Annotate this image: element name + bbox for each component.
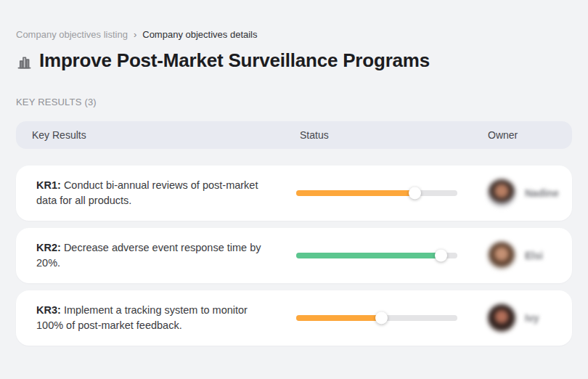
progress-fill — [296, 253, 441, 258]
key-results-count-label: KEY RESULTS (3) — [16, 97, 97, 107]
chevron-right-icon: › — [134, 29, 136, 40]
table-header: Key Results Status Owner — [16, 121, 572, 149]
owner-name: Ivy — [525, 312, 539, 324]
kr-label: KR3: — [36, 304, 61, 316]
page-title: Improve Post-Market Surveillance Program… — [39, 49, 430, 72]
progress-knob[interactable] — [435, 250, 447, 262]
kr-label: KR1: — [36, 179, 61, 191]
kr-description: Implement a tracking system to monitor 1… — [36, 304, 248, 331]
kr-description: Conduct bi-annual reviews of post-market… — [36, 179, 258, 206]
owner-avatar — [488, 242, 515, 269]
key-result-text: KR1: Conduct bi-annual reviews of post-m… — [36, 166, 272, 221]
progress-slider[interactable] — [296, 187, 457, 200]
progress-fill — [296, 315, 382, 321]
progress-slider[interactable] — [296, 311, 457, 325]
column-header-owner: Owner — [488, 129, 518, 141]
progress-knob[interactable] — [375, 312, 388, 325]
key-result-row-kr1[interactable]: KR1: Conduct bi-annual reviews of post-m… — [16, 166, 572, 221]
kr-description: Decrease adverse event response time by … — [36, 242, 261, 269]
column-header-status: Status — [300, 129, 329, 141]
column-header-key-results: Key Results — [32, 129, 86, 141]
kr-label: KR2: — [36, 242, 61, 253]
key-result-row-kr3[interactable]: KR3: Implement a tracking system to moni… — [16, 290, 572, 346]
breadcrumb-link-objectives-listing[interactable]: Company objectives listing — [16, 29, 128, 40]
key-result-text: KR3: Implement a tracking system to moni… — [36, 290, 272, 346]
objective-header: Improve Post-Market Surveillance Program… — [16, 49, 430, 72]
buildings-icon — [16, 54, 33, 70]
breadcrumb-current-objectives-details: Company objectives details — [142, 29, 257, 40]
owner-avatar — [488, 304, 515, 332]
owner-avatar — [488, 179, 515, 207]
progress-fill — [296, 190, 415, 196]
progress-knob[interactable] — [409, 187, 421, 200]
owner-cell: Nadine — [488, 166, 559, 221]
progress-slider[interactable] — [296, 249, 457, 262]
owner-cell: Ivy — [488, 290, 539, 346]
breadcrumb: Company objectives listing › Company obj… — [16, 29, 258, 40]
key-result-row-kr2[interactable]: KR2: Decrease adverse event response tim… — [16, 228, 572, 283]
owner-cell: Elsi — [488, 228, 543, 283]
key-result-text: KR2: Decrease adverse event response tim… — [36, 228, 272, 283]
owner-name: Nadine — [525, 187, 559, 199]
owner-name: Elsi — [525, 250, 543, 261]
